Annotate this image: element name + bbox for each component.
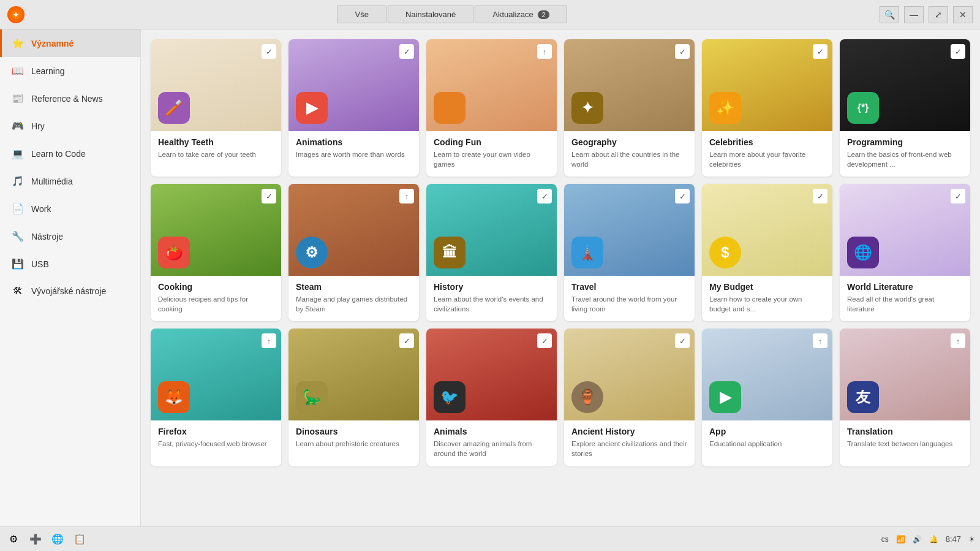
app-card-world-literature[interactable]: 🌐 ✓ World Literature Read all of the wor… [840, 184, 970, 321]
app-title-dino: Dinosaurs [296, 427, 412, 436]
app-card-image-world-literature: 🌐 ✓ [840, 184, 970, 276]
app-logo: ✦ [7, 6, 24, 23]
taskbar-lang: cs [881, 535, 889, 544]
sidebar-item-vyznamne[interactable]: ⭐ Významné [0, 29, 140, 57]
app-desc-healthy-teeth: Learn to take care of your teeth [158, 150, 274, 159]
app-card-cooking[interactable]: 🍅 ✓ Cooking Delicious recipes and tips f… [151, 184, 281, 321]
app-title-programming: Programming [847, 137, 963, 147]
app-title-my-budget: My Budget [709, 282, 825, 292]
sidebar-item-vyvojar[interactable]: 🛠 Vývojářské nástroje [0, 278, 140, 305]
close-button[interactable]: ✕ [953, 6, 973, 23]
app-card-ancient[interactable]: 🏺 ✓ Ancient History Explore ancient civi… [564, 329, 695, 466]
app-desc-celebrities: Learn more about your favorite celebriti… [709, 150, 825, 169]
app-card-animations[interactable]: ▶ ✓ Animations Images are worth more tha… [288, 39, 419, 177]
app-icon-parrots: 🐦 [434, 381, 466, 413]
app-card-history[interactable]: 🏛 ✓ History Learn about the world's even… [426, 184, 557, 321]
usb-icon: 💾 [12, 258, 24, 270]
app-card-image-animations: ▶ ✓ [288, 39, 419, 131]
app-card-coding-fun[interactable]: ↑ Coding Fun Learn to create your own vi… [426, 39, 557, 177]
taskbar-time: 8:47 [946, 534, 961, 544]
app-card-healthy-teeth[interactable]: 🪥 ✓ Healthy Teeth Learn to take care of … [151, 39, 281, 177]
sidebar-item-multimedia[interactable]: 🎵 Multimédia [0, 167, 140, 195]
app-icon-firefox: 🦊 [158, 381, 190, 413]
sidebar-label-vyznamne: Významné [31, 39, 74, 48]
app-card-body-firefox: Firefox Fast, privacy-focused web browse… [151, 420, 281, 456]
app-title-cooking: Cooking [158, 282, 274, 292]
app-title-green-app: App [709, 427, 825, 436]
app-status-parrots: ✓ [537, 333, 552, 348]
app-card-body-coding-fun: Coding Fun Learn to create your own vide… [426, 131, 557, 177]
app-desc-ancient: Explore ancient civilizations and their … [571, 439, 687, 458]
app-card-body-translation: Translation Translate text between langu… [840, 420, 970, 456]
app-card-image-healthy-teeth: 🪥 ✓ [151, 39, 281, 131]
app-status-dino: ✓ [399, 333, 414, 348]
app-status-steam: ↑ [399, 189, 414, 203]
taskbar-left: ⚙ ➕ 🌐 📋 [5, 531, 88, 548]
app-card-dino[interactable]: 🦕 ✓ Dinosaurs Learn about prehistoric cr… [288, 329, 419, 466]
tab-aktualizace[interactable]: Aktualizace 2 [475, 6, 567, 23]
taskbar-add-icon[interactable]: ➕ [27, 531, 44, 548]
sidebar-item-work[interactable]: 📄 Work [0, 195, 140, 222]
sidebar-item-nastroje[interactable]: 🔧 Nástroje [0, 222, 140, 250]
sidebar-item-hry[interactable]: 🎮 Hry [0, 112, 140, 140]
app-card-body-history: History Learn about the world's events a… [426, 276, 557, 321]
app-title-world-literature: World Literature [847, 282, 963, 292]
app-card-firefox[interactable]: 🦊 ↑ Firefox Fast, privacy-focused web br… [151, 329, 281, 466]
app-card-image-coding-fun: ↑ [426, 39, 557, 131]
app-card-programming[interactable]: {*} ✓ Programming Learn the basics of fr… [840, 39, 970, 177]
sidebar-label-learning: Learning [31, 66, 65, 76]
app-title-ancient: Ancient History [571, 427, 687, 436]
app-status-coding-fun: ↑ [537, 44, 552, 59]
music-icon: 🎵 [12, 175, 24, 187]
app-status-cooking: ✓ [262, 189, 276, 203]
code-icon: 💻 [12, 148, 24, 159]
app-card-image-translation: 友 ↑ [840, 329, 970, 420]
app-icon-cooking: 🍅 [158, 237, 190, 268]
app-card-image-firefox: 🦊 ↑ [151, 329, 281, 420]
maximize-button[interactable]: ⤢ [929, 6, 948, 23]
app-card-body-animations: Animations Images are worth more than wo… [288, 131, 419, 167]
taskbar-chrome-icon[interactable]: 🌐 [49, 531, 66, 548]
app-card-body-parrots: Animals Discover amazing animals from ar… [426, 420, 557, 466]
app-desc-geography: Learn about all the countries in the wor… [571, 150, 687, 169]
sidebar-label-multimedia: Multimédia [31, 177, 73, 186]
sidebar-item-learncode[interactable]: 💻 Learn to Code [0, 140, 140, 167]
book-icon: 📖 [12, 65, 24, 77]
sidebar-label-learncode: Learn to Code [31, 149, 86, 159]
search-button[interactable]: 🔍 [880, 6, 899, 23]
app-card-travel[interactable]: 🗼 ✓ Travel Travel around the world from … [564, 184, 695, 321]
sidebar-item-usb[interactable]: 💾 USB [0, 250, 140, 278]
sidebar-label-hry: Hry [31, 121, 45, 131]
app-title-animations: Animations [296, 137, 412, 147]
taskbar-settings-icon[interactable]: ⚙ [5, 531, 22, 548]
app-card-steam[interactable]: ⚙ ↑ Steam Manage and play games distribu… [288, 184, 419, 321]
app-card-celebrities[interactable]: ✨ ✓ Celebrities Learn more about your fa… [702, 39, 832, 177]
app-card-body-my-budget: My Budget Learn how to create your own b… [702, 276, 832, 321]
app-title-travel: Travel [571, 282, 687, 292]
sidebar-item-learning[interactable]: 📖 Learning [0, 57, 140, 85]
app-card-image-dino: 🦕 ✓ [288, 329, 419, 420]
app-card-translation[interactable]: 友 ↑ Translation Translate text between l… [840, 329, 970, 466]
sidebar-label-nastroje: Nástroje [31, 232, 63, 241]
sidebar-item-reference[interactable]: 📰 Reference & News [0, 85, 140, 112]
app-desc-travel: Travel around the world from your living… [571, 294, 687, 314]
app-card-geography[interactable]: ✦ ✓ Geography Learn about all the countr… [564, 39, 695, 177]
app-status-world-literature: ✓ [951, 189, 965, 203]
app-card-green-app[interactable]: ▶ ↑ App Educational application [702, 329, 832, 466]
app-status-green-app: ↑ [813, 333, 827, 348]
app-card-my-budget[interactable]: $ ✓ My Budget Learn how to create your o… [702, 184, 832, 321]
tab-vse[interactable]: Vše [337, 6, 386, 23]
app-status-my-budget: ✓ [813, 189, 827, 203]
titlebar: ✦ Vše Nainstalované Aktualizace 2 🔍 — ⤢ … [0, 0, 980, 29]
app-title-healthy-teeth: Healthy Teeth [158, 137, 274, 147]
app-card-parrots[interactable]: 🐦 ✓ Animals Discover amazing animals fro… [426, 329, 557, 466]
sidebar-label-work: Work [31, 204, 51, 214]
app-status-celebrities: ✓ [813, 44, 827, 59]
minimize-button[interactable]: — [904, 6, 924, 23]
tab-nainstalowane[interactable]: Nainstalované [388, 6, 473, 23]
app-desc-firefox: Fast, privacy-focused web browser [158, 439, 274, 449]
app-title-coding-fun: Coding Fun [434, 137, 549, 147]
taskbar-notes-icon[interactable]: 📋 [71, 531, 88, 548]
app-status-healthy-teeth: ✓ [262, 44, 276, 59]
taskbar-right: cs 📶 🔊 🔔 8:47 ☀ [881, 534, 975, 544]
